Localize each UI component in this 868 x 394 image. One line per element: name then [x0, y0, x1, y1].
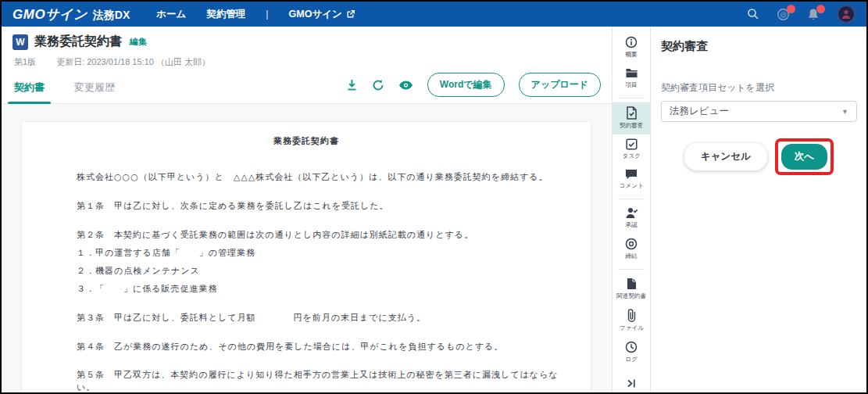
rail-item-conclusion[interactable]: 締結	[613, 234, 650, 265]
review-set-label: 契約審査項目セットを選択	[661, 81, 857, 95]
rail-item-overview[interactable]: 概要	[613, 32, 650, 63]
document-title-text: 業務委託契約書	[77, 135, 536, 148]
mention-icon[interactable]: @	[777, 8, 790, 21]
contract-review-panel: 契約審査 契約審査項目セットを選択 法務レビュー ▼ キャンセル 次へ	[651, 27, 866, 392]
rail-label: 関連契約書	[616, 292, 646, 299]
document-line: 第１条 甲は乙に対し、次条に定める業務を委託し乙はこれを受託した。	[77, 200, 564, 213]
document-main: W 業務委託契約書 編集 第1版 更新日: 2023/01/18 15:10 （…	[2, 27, 612, 392]
document-line: ２．機器の点検メンテナンス	[77, 265, 564, 278]
document-line: ３．「 」に係る販売促進業務	[77, 283, 564, 296]
rail-item-log[interactable]: ログ	[613, 337, 650, 368]
rail-item-related-contracts[interactable]: 関連契約書	[613, 274, 650, 305]
user-avatar[interactable]	[837, 5, 855, 23]
content-area: W 業務委託契約書 編集 第1版 更新日: 2023/01/18 15:10 （…	[2, 27, 866, 392]
document-line: 第５条 甲乙双方は、本契約の履行により知り得た相手方の営業上又は技術上の秘密を第…	[77, 369, 564, 392]
notification-badge	[816, 5, 825, 13]
paperclip-icon	[627, 309, 637, 322]
rail-label: 概要	[625, 50, 637, 58]
brand-name: GMOサイン	[13, 5, 88, 23]
rail-item-files[interactable]: ファイル	[613, 305, 650, 337]
navbar-right-actions: @	[747, 5, 855, 23]
document-header: W 業務委託契約書 編集 第1版 更新日: 2023/01/18 15:10 （…	[2, 27, 612, 68]
rail-label: 項目	[625, 81, 637, 88]
related-document-icon	[626, 278, 637, 290]
chevron-down-icon: ▼	[841, 108, 848, 116]
word-file-icon: W	[13, 34, 28, 50]
rail-item-tasks[interactable]: タスク	[613, 134, 650, 165]
document-check-icon	[626, 106, 638, 120]
rail-divider	[618, 98, 645, 98]
nav-link-gmo-sign-label: GMOサイン	[289, 8, 342, 21]
rail-label: ファイル	[619, 324, 643, 331]
annotation-highlight: 次へ	[775, 138, 834, 175]
document-line: 第４条 乙が業務の遂行のため、その他の費用を要した場合には、甲がこれを負担するも…	[77, 341, 564, 353]
brand-product-name: 法務DX	[93, 9, 130, 23]
rail-label: ログ	[625, 355, 638, 363]
nav-link-gmo-sign[interactable]: GMOサイン	[289, 8, 355, 21]
nav-link-home[interactable]: ホーム	[156, 8, 186, 21]
document-line: １．甲の運営する店舗「 」の管理業務	[77, 247, 564, 260]
cancel-button[interactable]: キャンセル	[684, 143, 767, 170]
right-icon-rail: 概要 項目 契約審査 タスク	[612, 27, 651, 392]
document-line: 株式会社○○○（以下甲という）と △△△株式会社（以下乙という）は、以下の通り業…	[77, 171, 564, 184]
rail-label: 契約審査	[620, 121, 643, 129]
version-label: 第1版	[14, 56, 36, 68]
upload-button[interactable]: アップロード	[519, 73, 601, 97]
rail-label: コメント	[619, 181, 643, 189]
notification-badge	[787, 5, 795, 13]
seal-icon	[625, 238, 638, 250]
edit-title-link[interactable]: 編集	[130, 36, 147, 48]
review-set-selected-value: 法務レビュー	[670, 105, 729, 118]
document-line: 第２条 本契約に基づく受託業務の範囲は次の通りとし内容の詳細は別紙記載の通りとす…	[77, 229, 564, 242]
nav-links: ホーム 契約管理 | GMOサイン	[156, 8, 355, 21]
bell-icon[interactable]	[807, 8, 820, 21]
person-check-icon	[625, 207, 638, 219]
search-icon[interactable]	[747, 8, 759, 20]
comment-icon	[625, 169, 638, 180]
svg-text:@: @	[780, 11, 787, 19]
updated-label: 更新日: 2023/01/18 15:10 （山田 太郎）	[56, 56, 210, 68]
preview-eye-icon[interactable]	[398, 80, 413, 91]
review-actions: キャンセル 次へ	[661, 138, 857, 175]
document-meta: 第1版 更新日: 2023/01/18 15:10 （山田 太郎）	[14, 56, 601, 68]
task-checkbox-icon	[626, 138, 638, 150]
next-button[interactable]: 次へ	[781, 144, 827, 170]
document-viewer[interactable]: 業務委託契約書 株式会社○○○（以下甲という）と △△△株式会社（以下乙という）…	[2, 104, 612, 392]
rail-item-contract-review[interactable]: 契約審査	[613, 102, 650, 134]
refresh-icon[interactable]	[372, 79, 384, 91]
brand-logo[interactable]: GMOサイン 法務DX	[13, 5, 130, 23]
rail-item-fields[interactable]: 項目	[613, 63, 650, 94]
rail-divider	[618, 199, 645, 199]
word-edit-button[interactable]: Wordで編集	[427, 73, 505, 97]
document-line: 第３条 甲は乙に対し、委託料として月額 円を前月の末日までに支払う。	[77, 312, 564, 324]
external-link-icon	[346, 9, 355, 19]
nav-link-contract-management[interactable]: 契約管理	[206, 8, 245, 21]
app-window: GMOサイン 法務DX ホーム 契約管理 | GMOサイン @	[0, 0, 868, 394]
folder-icon	[625, 67, 638, 79]
tab-change-history[interactable]: 変更履歴	[73, 76, 116, 103]
top-navbar: GMOサイン 法務DX ホーム 契約管理 | GMOサイン @	[2, 2, 866, 27]
clock-icon	[625, 341, 638, 353]
tab-contract[interactable]: 契約書	[13, 76, 46, 103]
rail-divider	[618, 269, 645, 270]
review-set-select[interactable]: 法務レビュー ▼	[661, 101, 857, 122]
rail-item-approval[interactable]: 承認	[613, 203, 650, 234]
download-icon[interactable]	[346, 79, 358, 91]
rail-label: タスク	[622, 152, 640, 159]
collapse-panel-icon[interactable]	[626, 378, 637, 392]
rail-label: 承認	[625, 220, 637, 228]
rail-item-comments[interactable]: コメント	[613, 165, 650, 195]
page-title: 業務委託契約書	[34, 34, 122, 50]
document-page: 業務委託契約書 株式会社○○○（以下甲という）と △△△株式会社（以下乙という）…	[21, 121, 591, 392]
document-tabbar: 契約書 変更履歴 Wordで編集 アップロード	[2, 68, 612, 104]
rail-label: 締結	[625, 252, 637, 260]
panel-title: 契約審査	[661, 39, 857, 54]
info-icon	[625, 36, 638, 48]
nav-separator: |	[266, 9, 268, 20]
